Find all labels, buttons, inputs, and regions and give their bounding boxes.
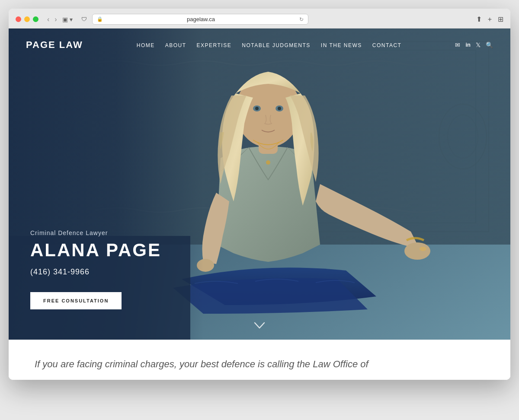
- reload-icon[interactable]: ↻: [299, 16, 304, 22]
- shield-icon: 🛡: [81, 16, 87, 22]
- nav-item-contact[interactable]: CONTACT: [372, 41, 402, 49]
- nav-links: HOME ABOUT EXPERTISE NOTABLE JUDGMENTS I…: [137, 41, 402, 49]
- free-consultation-button[interactable]: FREE CONSULTATION: [30, 292, 122, 309]
- nav-item-expertise[interactable]: EXPERTISE: [197, 41, 232, 49]
- site-logo[interactable]: PAGE LAW: [26, 39, 83, 51]
- browser-chrome: ‹ › ▣ ▾ 🛡 🔒 pagelaw.ca ↻ ⬆ + ⊞: [9, 9, 510, 29]
- below-fold-text: If you are facing criminal charges, your…: [35, 357, 484, 371]
- maximize-button[interactable]: [33, 16, 38, 22]
- nav-item-news[interactable]: IN THE NEWS: [321, 41, 362, 49]
- svg-point-9: [420, 247, 426, 251]
- nav-link-about[interactable]: ABOUT: [165, 42, 186, 48]
- hero-subtitle: Criminal Defence Lawyer: [30, 229, 161, 236]
- linkedin-icon[interactable]: in: [465, 41, 471, 48]
- svg-point-14: [255, 107, 259, 110]
- nav-link-judgments[interactable]: NOTABLE JUDGMENTS: [242, 42, 311, 48]
- browser-window: ‹ › ▣ ▾ 🛡 🔒 pagelaw.ca ↻ ⬆ + ⊞: [9, 9, 510, 380]
- grid-icon[interactable]: ⊞: [498, 15, 503, 23]
- twitter-icon[interactable]: 𝕏: [476, 41, 481, 48]
- svg-point-8: [404, 242, 430, 260]
- lock-icon: 🔒: [97, 16, 103, 22]
- nav-social-search: ✉ in 𝕏 🔍: [455, 41, 493, 48]
- hero-text-block: Criminal Defence Lawyer ALANA PAGE (416)…: [9, 212, 183, 340]
- url-bar[interactable]: pagelaw.ca: [106, 16, 297, 22]
- hero-section: PAGE LAW HOME ABOUT EXPERTISE NOTABLE JU…: [9, 29, 510, 340]
- new-tab-icon[interactable]: +: [488, 16, 492, 23]
- main-navigation: PAGE LAW HOME ABOUT EXPERTISE NOTABLE JU…: [9, 29, 510, 61]
- email-icon[interactable]: ✉: [455, 41, 460, 48]
- hero-phone[interactable]: (416) 341-9966: [30, 267, 161, 277]
- sidebar-icon[interactable]: ▣ ▾: [62, 16, 73, 23]
- share-icon[interactable]: ⬆: [476, 15, 482, 23]
- nav-link-news[interactable]: IN THE NEWS: [321, 42, 362, 48]
- below-fold-section: If you are facing criminal charges, your…: [9, 340, 510, 380]
- nav-link-contact[interactable]: CONTACT: [372, 42, 402, 48]
- svg-point-16: [266, 160, 270, 165]
- nav-link-home[interactable]: HOME: [137, 42, 155, 48]
- back-button[interactable]: ‹: [45, 15, 51, 24]
- scroll-indicator[interactable]: [253, 321, 266, 332]
- search-icon[interactable]: 🔍: [486, 41, 493, 48]
- close-button[interactable]: [16, 16, 21, 22]
- hero-title: ALANA PAGE: [30, 240, 161, 261]
- svg-point-15: [278, 107, 281, 110]
- nav-link-expertise[interactable]: EXPERTISE: [197, 42, 232, 48]
- forward-button[interactable]: ›: [53, 15, 58, 24]
- nav-item-judgments[interactable]: NOTABLE JUDGMENTS: [242, 41, 311, 49]
- minimize-button[interactable]: [24, 16, 30, 22]
- website-content: PAGE LAW HOME ABOUT EXPERTISE NOTABLE JU…: [9, 29, 510, 380]
- nav-item-about[interactable]: ABOUT: [165, 41, 186, 49]
- nav-item-home[interactable]: HOME: [137, 41, 155, 49]
